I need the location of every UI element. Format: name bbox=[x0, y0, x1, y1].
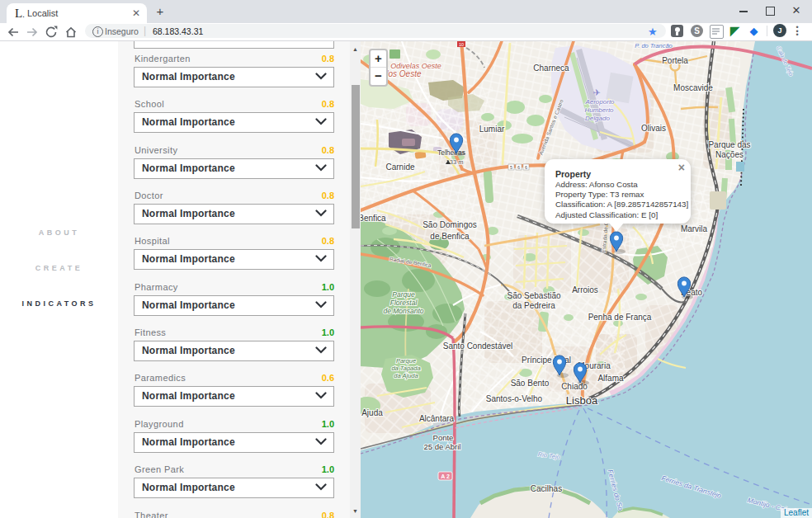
svg-text:Aeroporto: Aeroporto bbox=[584, 98, 615, 106]
svg-text:P. do Trancão: P. do Trancão bbox=[635, 42, 673, 49]
svg-text:Ajuda: Ajuda bbox=[361, 408, 383, 417]
svg-text:de Monsanto: de Monsanto bbox=[383, 307, 423, 315]
svg-text:25 de Abril: 25 de Abril bbox=[424, 442, 461, 451]
svg-text:A 2: A 2 bbox=[441, 473, 450, 479]
svg-text:Florestal: Florestal bbox=[390, 299, 418, 307]
svg-text:5: 5 bbox=[510, 165, 512, 170]
svg-text:Charneca: Charneca bbox=[533, 64, 569, 73]
svg-text:Parque: Parque bbox=[392, 290, 415, 299]
svg-text:Parque: Parque bbox=[396, 357, 416, 365]
svg-text:Lisboa: Lisboa bbox=[566, 394, 598, 407]
svg-text:da Tapada: da Tapada bbox=[391, 365, 420, 372]
svg-text:Marvila: Marvila bbox=[681, 224, 708, 233]
svg-text:✈: ✈ bbox=[592, 87, 600, 97]
svg-text:Portela: Portela bbox=[662, 56, 688, 65]
svg-text:Penha de França: Penha de França bbox=[588, 313, 652, 322]
svg-text:10: 10 bbox=[459, 42, 464, 47]
svg-text:6: 6 bbox=[517, 165, 520, 170]
svg-text:da Pedreira: da Pedreira bbox=[512, 301, 555, 310]
svg-text:de Benfica: de Benfica bbox=[430, 232, 470, 241]
svg-text:Ponte: Ponte bbox=[433, 433, 454, 442]
svg-text:Olivais: Olivais bbox=[641, 124, 666, 133]
svg-text:Parque das: Parque das bbox=[708, 140, 750, 149]
svg-text:São Bento: São Bento bbox=[511, 379, 550, 388]
svg-text:Alfama: Alfama bbox=[597, 374, 624, 383]
svg-text:Humberto: Humberto bbox=[584, 106, 614, 114]
svg-text:da Ajuda: da Ajuda bbox=[394, 372, 418, 379]
svg-text:Santo Condestável: Santo Condestável bbox=[443, 341, 513, 351]
svg-text:Santos-o-Velho: Santos-o-Velho bbox=[486, 394, 543, 403]
svg-text:São Sebastião: São Sebastião bbox=[507, 291, 560, 300]
svg-text:Carnide: Carnide bbox=[385, 162, 414, 172]
svg-text:Moscavide: Moscavide bbox=[673, 83, 713, 92]
svg-text:6: 6 bbox=[525, 165, 527, 170]
svg-text:Nações: Nações bbox=[715, 150, 744, 159]
svg-text:São Domingos: São Domingos bbox=[423, 220, 477, 229]
svg-text:Alcântara: Alcântara bbox=[419, 414, 455, 423]
svg-text:Benfica: Benfica bbox=[361, 214, 386, 223]
svg-text:Cacilhas: Cacilhas bbox=[531, 484, 562, 493]
svg-text:Arroios: Arroios bbox=[572, 285, 598, 294]
svg-text:Lumiar: Lumiar bbox=[479, 125, 505, 134]
svg-text:Delgado: Delgado bbox=[585, 115, 610, 122]
